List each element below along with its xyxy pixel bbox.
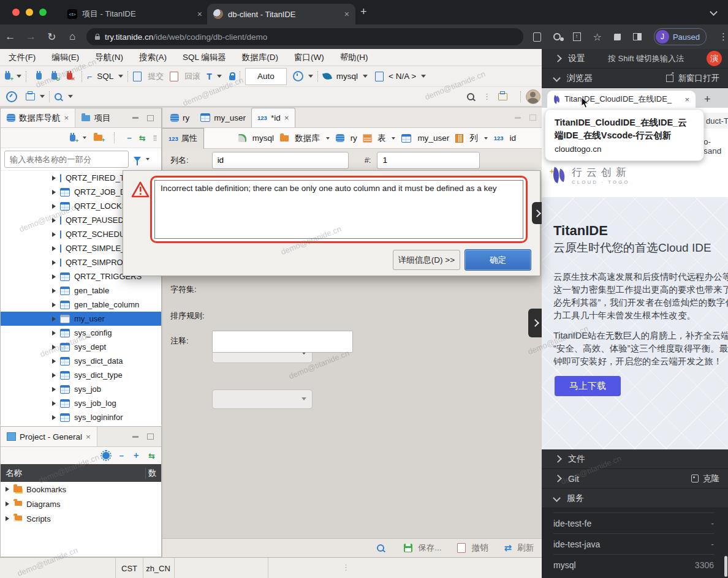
ok-button[interactable]: 确定 (464, 249, 531, 271)
editor-tab-my-user[interactable]: my_user (195, 108, 251, 127)
menu-search[interactable]: 搜索(A) (139, 52, 167, 63)
tree-item[interactable]: sys_job (1, 382, 161, 396)
ordinal-input[interactable] (377, 152, 480, 169)
breadcrumb-driver[interactable]: mysql (252, 133, 274, 143)
menu-file[interactable]: 文件(F) (9, 52, 36, 63)
minimize-icon[interactable] (515, 117, 521, 119)
commit-mode-select[interactable]: Auto (245, 68, 287, 85)
new-folder-icon[interactable]: + (94, 135, 102, 141)
breadcrumb-dropdown-icon[interactable] (326, 137, 330, 140)
table-filter-input[interactable] (4, 151, 129, 168)
editor-tab-ry[interactable]: ry (165, 108, 195, 127)
new-connection-icon[interactable]: + (5, 73, 10, 80)
filter-dropdown-icon[interactable] (146, 158, 150, 160)
rollback-button[interactable]: 回滚 (184, 71, 200, 82)
breadcrumb-table-name[interactable]: my_user (417, 133, 449, 143)
side-panel-icon[interactable] (633, 33, 642, 40)
maximize-icon[interactable] (147, 115, 154, 121)
schema-icon[interactable] (375, 72, 384, 81)
menu-sql-editor[interactable]: SQL 编辑器 (183, 52, 226, 63)
project-item-bookmarks[interactable]: Bookmarks (1, 482, 161, 497)
settings-section[interactable]: 设置 (568, 53, 585, 64)
link-editor-icon[interactable]: ⇆ (139, 133, 146, 143)
undo-icon[interactable] (457, 543, 466, 553)
schema-dropdown-icon[interactable] (421, 75, 426, 78)
share-icon[interactable]: ↑ (573, 32, 581, 41)
traffic-zoom-button[interactable] (39, 9, 47, 16)
new-connection-dropdown-icon[interactable] (17, 75, 21, 78)
perspective-icon[interactable] (498, 93, 507, 100)
tree-item[interactable]: gen_table (1, 283, 161, 298)
history-clock-icon[interactable] (293, 71, 303, 81)
menu-navigate[interactable]: 导航(N) (95, 52, 123, 63)
service-row[interactable]: ide-test-fe- (553, 513, 714, 534)
open-new-window-button[interactable]: 新窗口打开 (678, 73, 720, 84)
collapse-all-icon[interactable]: − (127, 133, 132, 143)
save-icon[interactable] (404, 544, 412, 552)
connect-icon[interactable] (36, 73, 42, 80)
colname-input[interactable] (212, 152, 349, 169)
tree-item[interactable]: gen_table_column (1, 298, 161, 312)
column-extra-header[interactable]: 数 (145, 468, 161, 479)
git-clone-icon[interactable] (691, 475, 699, 482)
collation-select[interactable] (212, 389, 313, 409)
properties-subtab[interactable]: 123 属性 (162, 128, 204, 149)
details-button[interactable]: 详细信息(D) >> (393, 250, 460, 270)
collapse-icon[interactable]: − (119, 451, 124, 460)
chrome-menu-icon[interactable]: ⋮ (719, 31, 728, 42)
home-icon[interactable]: ⌂ (62, 31, 83, 43)
maximize-icon[interactable] (147, 434, 154, 440)
sql-editor-icon[interactable]: ⌐ (87, 72, 92, 81)
breadcrumb-table-word[interactable]: 表 (377, 133, 386, 144)
menu-help[interactable]: 帮助(H) (340, 52, 368, 63)
files-section[interactable]: 文件 (568, 454, 585, 465)
minimize-icon[interactable] (132, 436, 138, 438)
new-tab-button[interactable]: + (360, 6, 367, 18)
transaction-icon[interactable]: T (207, 72, 212, 81)
tab-projects[interactable]: 项目 (75, 108, 116, 127)
back-icon[interactable]: ← (0, 31, 21, 43)
commit-button[interactable]: 提交 (148, 71, 164, 82)
service-row[interactable]: mysql3306 (553, 555, 714, 575)
service-row[interactable]: ide-test-java- (553, 534, 714, 555)
traffic-minimize-button[interactable] (26, 9, 33, 16)
expand-icon[interactable]: ＋ (132, 450, 140, 461)
comment-input[interactable] (212, 331, 353, 353)
browser-tab-2[interactable]: db-client - TitanIDE × (207, 4, 355, 24)
tab-project-general[interactable]: Project - General × (1, 427, 97, 446)
history-dropdown-icon[interactable] (308, 75, 313, 78)
mini-new-tab-button[interactable]: + (704, 93, 711, 106)
git-clone-button[interactable]: 克隆 (703, 473, 719, 484)
minimize-icon[interactable] (132, 117, 138, 119)
bookmark-star-icon[interactable]: ☆ (593, 31, 602, 43)
clipboard-icon[interactable] (533, 32, 541, 42)
schema-select[interactable]: < N/A > (389, 72, 416, 81)
collapse-toggle[interactable] (532, 202, 542, 224)
tree-item[interactable]: sys_dict_data (1, 354, 161, 368)
close-icon[interactable]: × (64, 113, 69, 122)
disconnect-icon[interactable]: ✕ (67, 73, 72, 80)
close-icon[interactable]: × (284, 113, 289, 122)
tree-item-selected[interactable]: my_user (1, 312, 161, 326)
refresh-icon[interactable]: ⇄ (504, 542, 512, 554)
services-section[interactable]: 服务 (567, 493, 584, 504)
nav-new-connection-icon[interactable]: + (70, 135, 75, 141)
breadcrumb-database[interactable]: 数据库 (295, 133, 320, 144)
forward-icon[interactable]: → (21, 31, 42, 43)
tree-item[interactable]: sys_job_log (1, 396, 161, 410)
reload-icon[interactable]: ↻ (41, 31, 62, 43)
extensions-puzzle-icon[interactable] (614, 34, 621, 40)
user-avatar[interactable] (526, 89, 540, 104)
breadcrumb-column-name[interactable]: id (510, 133, 517, 143)
tree-item[interactable]: sys_logininfor (1, 410, 161, 424)
mini-browser-tab[interactable]: TitanIDE_CloudIDE_在线IDE_ × (547, 91, 696, 108)
key-icon[interactable] (553, 33, 561, 40)
project-item-scripts[interactable]: Scripts (1, 511, 161, 526)
filter-funnel-icon[interactable] (134, 157, 141, 162)
lock-toggle-icon[interactable] (229, 75, 235, 80)
menu-database[interactable]: 数据库(D) (242, 52, 278, 63)
tab-close-icon[interactable]: × (344, 9, 349, 19)
tab-search-chevron-icon[interactable] (710, 8, 718, 16)
ime-badge[interactable]: 演 (707, 51, 722, 66)
toolbar-search-icon[interactable] (55, 93, 62, 100)
